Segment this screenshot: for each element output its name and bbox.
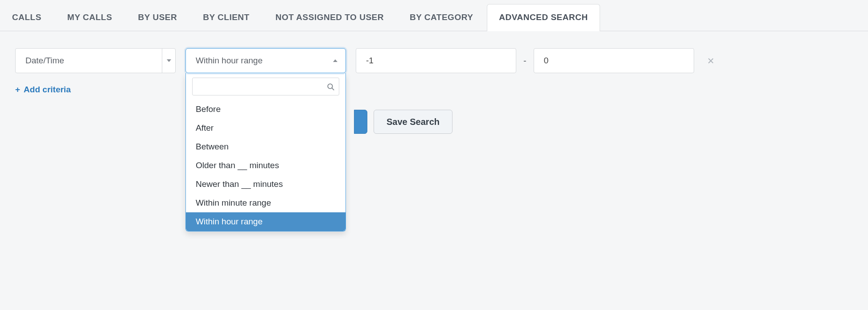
operator-option-within-minute[interactable]: Within minute range	[186, 194, 346, 212]
tab-bar: CALLS MY CALLS BY USER BY CLIENT NOT ASS…	[0, 4, 868, 31]
range-from-input[interactable]	[356, 48, 516, 73]
operator-select-value: Within hour range	[196, 56, 263, 66]
operator-dropdown: Before After Between Older than __ minut…	[185, 73, 346, 231]
tab-by-client[interactable]: BY CLIENT	[191, 4, 261, 31]
operator-option-within-hour[interactable]: Within hour range	[186, 212, 346, 231]
range-to-input[interactable]	[534, 48, 694, 73]
close-icon: ×	[708, 54, 714, 67]
criteria-row: Date/Time Within hour range Before	[15, 48, 853, 73]
plus-icon: +	[15, 85, 20, 95]
operator-search-input[interactable]	[192, 78, 339, 95]
field-select[interactable]: Date/Time	[15, 48, 176, 73]
caret-up-icon	[333, 59, 337, 62]
search-icon	[327, 83, 335, 93]
search-button-edge[interactable]	[354, 110, 367, 134]
field-select-caret[interactable]	[162, 49, 175, 73]
operator-option-after[interactable]: After	[186, 119, 346, 137]
tab-calls[interactable]: CALLS	[0, 4, 53, 31]
field-select-value: Date/Time	[16, 49, 162, 73]
actions-row: Save Search	[354, 110, 853, 134]
tab-by-category[interactable]: BY CATEGORY	[398, 4, 485, 31]
add-criteria-button[interactable]: + Add criteria	[15, 85, 71, 95]
operator-select-wrap: Within hour range Before After Between O…	[185, 48, 346, 73]
search-body: Date/Time Within hour range Before	[0, 31, 868, 151]
tab-my-calls[interactable]: MY CALLS	[55, 4, 124, 31]
add-criteria-label: Add criteria	[24, 85, 71, 95]
operator-option-older-than[interactable]: Older than __ minutes	[186, 156, 346, 175]
remove-criteria-button[interactable]: ×	[704, 55, 718, 66]
tab-not-assigned[interactable]: NOT ASSIGNED TO USER	[263, 4, 396, 31]
tab-advanced-search[interactable]: ADVANCED SEARCH	[487, 4, 600, 31]
operator-option-list: Before After Between Older than __ minut…	[186, 100, 346, 231]
caret-down-icon	[167, 59, 171, 62]
operator-option-before[interactable]: Before	[186, 100, 346, 119]
tab-by-user[interactable]: BY USER	[126, 4, 189, 31]
operator-select[interactable]: Within hour range	[185, 48, 346, 73]
operator-search-wrap	[186, 78, 346, 100]
range-separator: -	[523, 56, 527, 66]
operator-option-between[interactable]: Between	[186, 137, 346, 156]
svg-line-1	[332, 88, 333, 90]
save-search-button[interactable]: Save Search	[374, 110, 453, 134]
operator-option-newer-than[interactable]: Newer than __ minutes	[186, 175, 346, 194]
